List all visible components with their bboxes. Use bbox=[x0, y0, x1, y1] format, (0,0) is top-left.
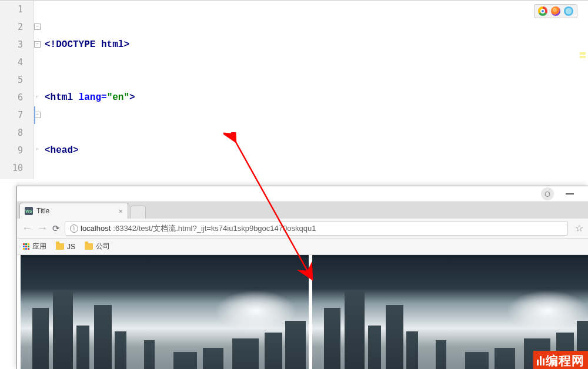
bookmark-star-icon[interactable]: ☆ bbox=[575, 223, 583, 234]
code-area[interactable]: <!DOCTYPE html> <html lang="en"> <head> … bbox=[42, 1, 588, 179]
tab-strip: WS Title × bbox=[17, 202, 588, 219]
new-tab-button[interactable] bbox=[131, 206, 146, 219]
address-bar-row: ← → ⟳ i localhost:63342/test/文档流.html?_i… bbox=[17, 219, 588, 239]
line-number: 9 bbox=[0, 142, 23, 159]
line-number: 1 bbox=[0, 1, 23, 18]
profile-avatar-icon[interactable]: ◯ bbox=[541, 187, 554, 200]
open-in-browser-toolbar bbox=[534, 4, 577, 18]
line-number: 3 bbox=[0, 36, 23, 53]
line-number: 2 bbox=[0, 18, 23, 36]
window-minimize-icon[interactable] bbox=[566, 193, 574, 194]
reload-icon[interactable]: ⟳ bbox=[52, 223, 60, 234]
code-line: <html lang="en"> bbox=[42, 89, 588, 106]
apps-shortcut[interactable]: 应用 bbox=[23, 241, 46, 251]
marker-icon[interactable] bbox=[580, 56, 586, 58]
browser-tab[interactable]: WS Title × bbox=[19, 203, 128, 219]
apps-label: 应用 bbox=[32, 241, 46, 251]
url-host: localhost bbox=[81, 224, 111, 233]
site-info-icon[interactable]: i bbox=[70, 224, 78, 233]
bookmark-folder[interactable]: JS bbox=[56, 243, 75, 251]
marker-bar[interactable] bbox=[580, 1, 586, 179]
fold-toggle-icon[interactable]: − bbox=[34, 41, 41, 48]
safari-icon[interactable] bbox=[564, 6, 573, 16]
tab-title: Title bbox=[36, 207, 115, 215]
line-number: 6 bbox=[0, 89, 23, 106]
address-bar[interactable]: i localhost:63342/test/文档流.html?_ijt=ks7… bbox=[65, 221, 568, 236]
folder-icon bbox=[85, 243, 93, 250]
fold-end-icon: ⌐ bbox=[34, 147, 41, 153]
line-number: 7 bbox=[0, 106, 23, 124]
watermark-logo: 编程网 bbox=[533, 351, 588, 369]
watermark-bars-icon bbox=[537, 356, 544, 365]
rendered-image bbox=[21, 255, 309, 369]
window-titlebar: ◯ bbox=[17, 186, 588, 202]
line-number: 4 bbox=[0, 53, 23, 71]
bookmark-folder[interactable]: 公司 bbox=[85, 241, 110, 251]
fold-end-icon: ⌐ bbox=[34, 94, 41, 100]
favicon-icon: WS bbox=[25, 207, 33, 215]
nav-back-icon[interactable]: ← bbox=[22, 222, 32, 234]
firefox-icon[interactable] bbox=[551, 6, 560, 16]
bookmark-label: 公司 bbox=[96, 241, 110, 251]
apps-grid-icon bbox=[23, 243, 29, 250]
chrome-icon[interactable] bbox=[538, 6, 547, 16]
url-path: :63342/test/文档流.html?_ijt=ks74iu1skp9bgo… bbox=[113, 223, 316, 234]
line-number: 10 bbox=[0, 159, 23, 177]
page-content bbox=[17, 255, 588, 369]
fold-column: − − ⌐ − ⌐ bbox=[34, 1, 42, 179]
watermark-text: 编程网 bbox=[546, 353, 584, 369]
folder-icon bbox=[56, 243, 64, 250]
browser-preview: ◯ WS Title × ← → ⟳ i localhost:63342/tes… bbox=[16, 186, 588, 369]
marker-icon[interactable] bbox=[580, 52, 586, 55]
nav-forward-icon[interactable]: → bbox=[37, 222, 48, 234]
code-editor[interactable]: 1 2 3 4 5 6 7 8 9 10 − − ⌐ − ⌐ <!DOCTYPE… bbox=[0, 0, 588, 179]
code-line: <!DOCTYPE html> bbox=[42, 36, 588, 53]
line-number: 5 bbox=[0, 71, 23, 89]
tab-close-icon[interactable]: × bbox=[118, 207, 123, 216]
caret-indicator bbox=[34, 106, 35, 124]
fold-toggle-icon[interactable]: − bbox=[34, 24, 41, 30]
code-line: <head> bbox=[42, 142, 588, 159]
line-gutter: 1 2 3 4 5 6 7 8 9 10 bbox=[0, 1, 34, 179]
bookmarks-bar: 应用 JS 公司 bbox=[17, 239, 588, 255]
line-number: 8 bbox=[0, 124, 23, 142]
bookmark-label: JS bbox=[67, 243, 75, 251]
